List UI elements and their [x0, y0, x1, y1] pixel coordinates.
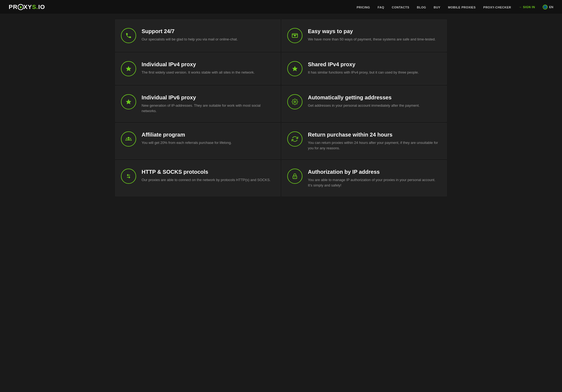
feature-ipv4-individual: Individual IPv4 proxy The first widely u… [115, 53, 280, 85]
nav-item-faq[interactable]: FAQ [378, 5, 384, 10]
nav-link-signin[interactable]: → SIGN IN [519, 5, 535, 9]
gear-svg [292, 99, 298, 105]
svg-point-11 [130, 138, 131, 139]
feature-ipv4-shared: Shared IPv4 proxy It has similar functio… [282, 53, 447, 85]
easy-pay-title: Easy ways to pay [308, 28, 436, 34]
nav-links: PRICING FAQ CONTACTS BLOG BUY MOBILE PRO… [357, 5, 553, 10]
nav-item-proxy-checker[interactable]: PROXY-CHECKER [483, 5, 511, 10]
nav-item-pricing[interactable]: PRICING [357, 5, 370, 10]
ipv4-shared-icon [287, 61, 302, 76]
affiliate-icon [121, 131, 136, 147]
globe-icon: 🌐 [543, 5, 548, 10]
ipv4-individual-icon [121, 61, 136, 76]
easy-pay-text: Easy ways to pay We have more than 50 wa… [308, 28, 436, 42]
support-icon [121, 28, 136, 43]
logo-dot: . [36, 4, 38, 11]
affiliate-title: Affiliate program [142, 131, 232, 138]
svg-point-8 [294, 101, 296, 103]
nav-item-signin[interactable]: → SIGN IN [519, 5, 535, 9]
ip-auth-title: Authorization by IP address [308, 169, 438, 175]
people-svg [125, 135, 132, 143]
auto-addresses-desc: Get addresses in your personal account i… [308, 103, 420, 108]
easy-pay-desc: We have more than 50 ways of payment, th… [308, 37, 436, 42]
star-svg-2 [292, 65, 298, 72]
svg-marker-7 [126, 99, 131, 104]
feature-ip-auth: Authorization by IP address You are able… [282, 160, 447, 196]
ipv4-individual-text: Individual IPv4 proxy The first widely u… [142, 61, 255, 75]
svg-point-10 [126, 138, 127, 139]
easy-pay-icon [287, 28, 302, 43]
ipv4-shared-text: Shared IPv4 proxy It has similar functio… [308, 61, 419, 75]
svg-marker-6 [292, 66, 298, 71]
nav-link-contacts[interactable]: CONTACTS [392, 6, 409, 9]
nav-item-contacts[interactable]: CONTACTS [392, 5, 409, 10]
lang-label: EN [549, 5, 553, 9]
svg-point-13 [295, 177, 295, 178]
return-desc: You can return proxies within 24 hours a… [308, 140, 438, 151]
ipv6-individual-title: Individual IPv6 proxy [142, 94, 272, 101]
ip-auth-text: Authorization by IP address You are able… [308, 169, 438, 188]
nav-link-mobile-proxies[interactable]: MOBILE PROXIES [448, 6, 476, 9]
svg-marker-1 [19, 6, 22, 8]
affiliate-desc: You will get 20% from each referrals pur… [142, 140, 232, 146]
svg-marker-5 [126, 66, 131, 71]
auto-addresses-title: Automatically getting addresses [308, 94, 420, 101]
protocols-desc: Our proxies are able to connect on the n… [142, 177, 271, 183]
support-desc: Our specialists will be glad to help you… [142, 37, 238, 42]
auto-addresses-icon [287, 94, 302, 109]
feature-affiliate: Affiliate program You will get 20% from … [115, 123, 280, 159]
logo-o-svg [18, 4, 24, 10]
protocols-title: HTTP & SOCKS protocols [142, 169, 271, 175]
protocols-icon [121, 169, 136, 184]
ipv6-individual-icon [121, 94, 136, 109]
ip-auth-desc: You are able to manage IP authorization … [308, 177, 438, 188]
signin-arrow-icon: → [519, 5, 522, 9]
auto-addresses-text: Automatically getting addresses Get addr… [308, 94, 420, 108]
feature-support: Support 24/7 Our specialists will be gla… [115, 20, 280, 52]
lock-svg [292, 173, 298, 179]
phone-svg [125, 32, 132, 39]
nav-link-blog[interactable]: BLOG [417, 6, 426, 9]
svg-point-9 [128, 137, 130, 139]
feature-protocols: HTTP & SOCKS protocols Our proxies are a… [115, 160, 280, 196]
feature-easy-pay: Easy ways to pay We have more than 50 wa… [282, 20, 447, 52]
protocols-text: HTTP & SOCKS protocols Our proxies are a… [142, 169, 271, 183]
return-title: Return purchase within 24 hours [308, 131, 438, 138]
signin-label: SIGN IN [523, 5, 535, 9]
features-grid: Support 24/7 Our specialists will be gla… [104, 14, 458, 204]
star-svg-3 [125, 99, 132, 105]
logo-io: IO [38, 4, 45, 11]
feature-ipv6-individual: Individual IPv6 proxy New generation of … [115, 86, 280, 122]
navbar: PR XY S . IO PRICING FAQ CONTACTS BLOG [0, 0, 562, 14]
logo-pr: PR [9, 4, 18, 11]
ipv4-individual-title: Individual IPv4 proxy [142, 61, 255, 68]
affiliate-text: Affiliate program You will get 20% from … [142, 131, 232, 146]
return-text: Return purchase within 24 hours You can … [308, 131, 438, 151]
support-title: Support 24/7 [142, 28, 238, 34]
nav-link-faq[interactable]: FAQ [378, 6, 384, 9]
money-svg [292, 32, 298, 39]
ipv4-shared-title: Shared IPv4 proxy [308, 61, 419, 68]
ipv4-individual-desc: The first widely used version. It works … [142, 70, 255, 75]
star-svg-1 [125, 65, 132, 72]
logo-xy: XY [24, 4, 32, 11]
logo[interactable]: PR XY S . IO [9, 4, 45, 11]
logo-o [18, 4, 24, 10]
lang-selector[interactable]: 🌐 EN [543, 5, 553, 10]
nav-item-mobile-proxies[interactable]: MOBILE PROXIES [448, 5, 476, 10]
nav-link-buy[interactable]: BUY [434, 6, 441, 9]
support-text: Support 24/7 Our specialists will be gla… [142, 28, 238, 42]
ipv4-shared-desc: It has similar functions with IPv4 proxy… [308, 70, 419, 75]
ip-auth-icon [287, 169, 302, 184]
logo-s: S [32, 4, 36, 11]
return-icon [287, 131, 302, 147]
nav-link-proxy-checker[interactable]: PROXY-CHECKER [483, 6, 511, 9]
nav-item-buy[interactable]: BUY [434, 5, 441, 10]
arrows-svg [125, 173, 132, 179]
nav-item-blog[interactable]: BLOG [417, 5, 426, 10]
nav-item-lang[interactable]: 🌐 EN [543, 5, 553, 10]
nav-link-pricing[interactable]: PRICING [357, 6, 370, 9]
ipv6-individual-text: Individual IPv6 proxy New generation of … [142, 94, 272, 113]
feature-auto-addresses: Automatically getting addresses Get addr… [282, 86, 447, 122]
ipv6-individual-desc: New generation of IP-addresses. They are… [142, 103, 272, 113]
